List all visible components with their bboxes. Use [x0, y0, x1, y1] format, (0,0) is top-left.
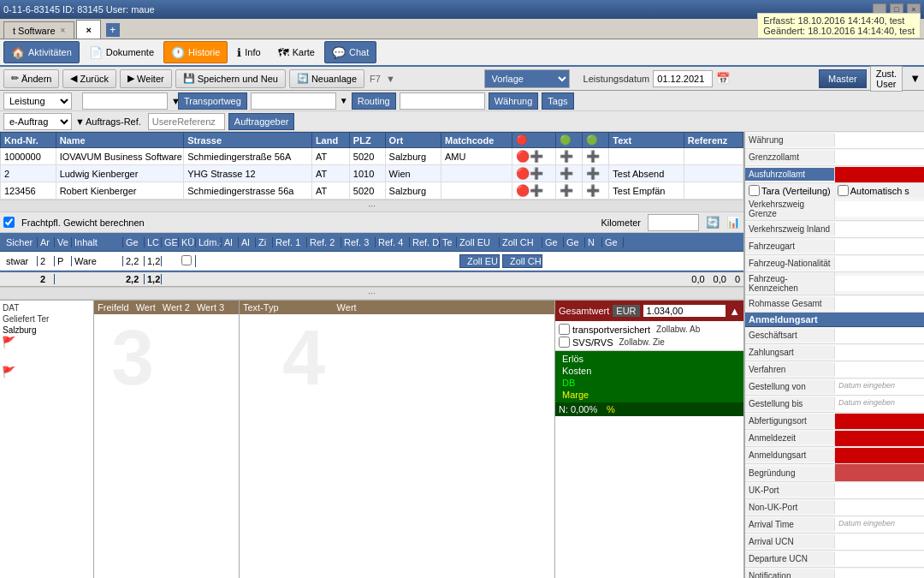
auftrags-ref-input[interactable] [148, 113, 225, 130]
tab-active[interactable]: × [76, 20, 100, 39]
table-row[interactable]: 2Ludwig KienbergerYHG Strasse 12AT1010Wi… [1, 165, 743, 182]
weiter-button[interactable]: ▶ Weiter [120, 69, 172, 88]
arrival-ucn-value [835, 534, 924, 550]
col-plz: PLZ [349, 133, 385, 148]
main-container: Knd-Nr. Name Strasse Land PLZ Ort Matchc… [0, 132, 924, 578]
col-ge5: Ge [602, 237, 624, 247]
option-erloes[interactable]: Erlös [559, 353, 740, 365]
tab-bar: t Software × × + Erfasst: 18.10.2016 14:… [0, 19, 924, 39]
col-ort: Ort [385, 133, 441, 148]
zoll-ch-button[interactable]: Zoll CH [502, 254, 542, 268]
kilometer-icon2[interactable]: 📊 [726, 216, 740, 229]
new-tab-button[interactable]: + [106, 23, 120, 37]
row-green-icon3[interactable]: ➕ [586, 167, 600, 180]
dokumente-button[interactable]: 📄 Dokumente [81, 41, 162, 63]
wahrung-button[interactable]: Währung [489, 92, 539, 110]
col-matchcode: Matchcode [441, 133, 512, 148]
auftrag-type-select[interactable]: e-Auftrag [3, 113, 72, 130]
footer-val2: 0,0 [714, 274, 726, 284]
col-icon3: 🟢 [583, 133, 609, 148]
tab-close-software[interactable]: × [61, 26, 66, 35]
leistung-type-select[interactable]: Leistung [3, 92, 72, 110]
row-green-icon1[interactable]: ➕ [530, 184, 543, 197]
tara-checkbox-label[interactable]: Tara (Verteilung) [749, 185, 831, 196]
pos-checkbox[interactable] [181, 255, 192, 265]
watermark-4: 4 [282, 314, 325, 402]
transportweg-input[interactable] [251, 92, 336, 110]
tab-software[interactable]: t Software × [3, 21, 74, 39]
sidebar-row-notification: Notification [745, 568, 924, 578]
col-name: Name [56, 133, 184, 148]
dropdown-arrow[interactable]: ▼ [386, 74, 395, 84]
info-icon: ℹ [237, 46, 241, 59]
row-green-icon2[interactable]: ➕ [560, 167, 573, 180]
detail-left: DAT Geliefert Ter Salzburg 🚩 🚩 [0, 301, 94, 578]
row-green-icon2[interactable]: ➕ [560, 150, 573, 163]
row-green-icon2[interactable]: ➕ [560, 184, 573, 197]
sidebar-row-non-uk-port: Non-UK-Port [745, 499, 924, 516]
geliefert-label: Geliefert Ter [2, 313, 92, 325]
dat-label: DAT [2, 302, 92, 313]
andern-button[interactable]: ✏ Ändern [3, 69, 59, 88]
col-inhalt: Inhalt [72, 237, 123, 247]
sidebar-row-arrival-time: Arrival Time Datum eingeben [745, 516, 924, 533]
option-db[interactable]: DB [559, 377, 740, 389]
chat-button[interactable]: 💬 Chat [324, 41, 376, 63]
kilometer-input[interactable] [648, 214, 699, 231]
salzburg-label: Salzburg [2, 325, 92, 336]
tags-button[interactable]: Tags [542, 92, 573, 110]
row-green-icon1[interactable]: ➕ [530, 167, 543, 180]
option-kosten[interactable]: Kosten [559, 365, 740, 377]
historie-button[interactable]: 🕐 Historie [163, 41, 228, 63]
left-panel: Knd-Nr. Name Strasse Land PLZ Ort Matchc… [0, 132, 744, 578]
info-button[interactable]: ℹ Info [229, 41, 268, 63]
dropdown-expand-icon[interactable]: ▼ [909, 72, 921, 85]
kilometer-icon1[interactable]: 🔄 [706, 216, 720, 229]
sidebar-row-uk-port: UK-Port [745, 482, 924, 499]
leistung-input[interactable] [82, 92, 168, 110]
table-row[interactable]: 123456Robert KienbergerSchmiedingerstras… [1, 182, 743, 200]
routing-input[interactable] [400, 92, 485, 110]
row-green-icon3[interactable]: ➕ [586, 184, 600, 197]
expand-icon[interactable]: ▲ [729, 305, 740, 318]
col-ref3: Ref. 3 [341, 237, 376, 247]
leistungsdatum-input[interactable] [653, 70, 713, 87]
col-te: Te [440, 237, 457, 247]
karte-button[interactable]: 🗺 Karte [270, 41, 323, 63]
frachtpfl-checkbox[interactable] [3, 217, 15, 228]
transportweg-button[interactable]: Transportweg [178, 92, 247, 110]
sidebar-row-fahrzeugart: Fahrzeugart [745, 238, 924, 255]
tara-checkbox[interactable] [749, 185, 760, 196]
table-row[interactable]: 1000000IOVAVUM Business SoftwareSchmiedi… [1, 148, 743, 165]
col-ref1: Ref. 1 [273, 237, 307, 247]
aktivitaeten-button[interactable]: 🏠 Aktivitäten [3, 41, 80, 63]
section-right: Gesamtwert EUR 1.034,00 ▲ transportversi… [555, 301, 743, 578]
col-sicher: Sicher [3, 237, 38, 247]
row-green-icon1[interactable]: ➕ [530, 150, 543, 163]
row-green-icon3[interactable]: ➕ [586, 150, 600, 163]
automatisch-checkbox-label[interactable]: Automatisch s [838, 185, 909, 196]
speichern-button[interactable]: 💾 Speichern und Neu [175, 69, 286, 88]
option-marge[interactable]: Marge [559, 389, 740, 401]
sidebar-row-fahrzeug-nationalitat: Fahrzeug-Nationalität [745, 255, 924, 272]
routing-button[interactable]: Routing [352, 92, 396, 110]
scroll-indicator-1: ··· [0, 200, 743, 212]
zoll-eu-button[interactable]: Zoll EU [459, 254, 500, 268]
vorlage-select[interactable]: Vorlage [484, 69, 570, 88]
svs-checkbox[interactable] [559, 337, 570, 348]
gestellung-von-value: Datum eingeben [835, 379, 924, 395]
master-button[interactable]: Master [819, 69, 867, 88]
col-knd-nr: Knd-Nr. [1, 133, 56, 148]
auftraggeber-button[interactable]: Auftraggeber [228, 113, 295, 130]
sidebar-row-gestellung-von: Gestellung von Datum eingeben [745, 378, 924, 396]
sidebar-row-zahlungsart: Zahlungsart [745, 344, 924, 361]
percent-value: % [607, 404, 615, 414]
neuanlage-button[interactable]: 🔄 Neuanlage [289, 69, 364, 88]
transport-checkbox[interactable] [559, 324, 570, 335]
calendar-icon[interactable]: 📅 [716, 72, 730, 85]
home-icon: 🏠 [11, 46, 25, 59]
notification-value [835, 569, 924, 579]
col-ref2: Ref. 2 [307, 237, 341, 247]
automatisch-checkbox[interactable] [838, 185, 849, 196]
zuruck-button[interactable]: ◀ Zurück [62, 69, 116, 88]
